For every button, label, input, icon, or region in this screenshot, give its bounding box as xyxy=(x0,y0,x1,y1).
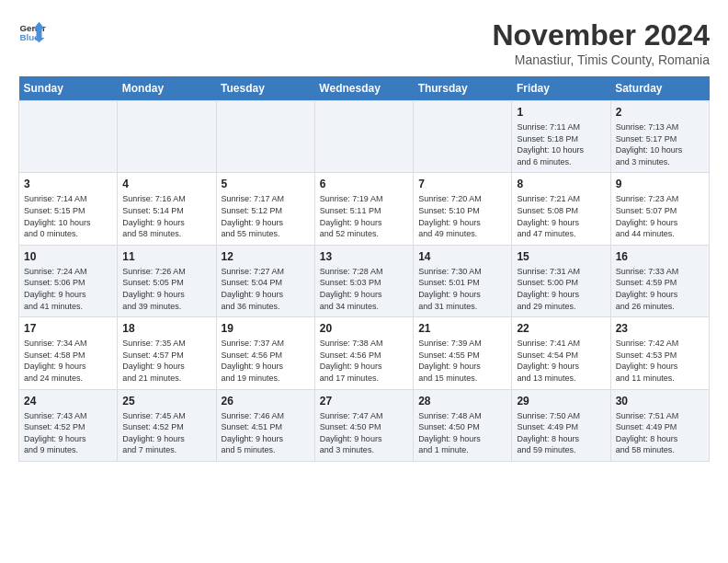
calendar-week-row: 1Sunrise: 7:11 AM Sunset: 5:18 PM Daylig… xyxy=(19,101,710,173)
calendar-week-row: 10Sunrise: 7:24 AM Sunset: 5:06 PM Dayli… xyxy=(19,245,710,316)
logo: General Blue xyxy=(18,18,46,46)
calendar-cell xyxy=(314,101,413,173)
day-number: 19 xyxy=(222,322,310,335)
header-saturday: Saturday xyxy=(610,76,709,101)
calendar-cell: 27Sunrise: 7:47 AM Sunset: 4:50 PM Dayli… xyxy=(314,389,413,461)
calendar-cell: 25Sunrise: 7:45 AM Sunset: 4:52 PM Dayli… xyxy=(118,389,216,461)
header-monday: Monday xyxy=(118,76,216,101)
day-info: Sunrise: 7:35 AM Sunset: 4:57 PM Dayligh… xyxy=(122,338,210,384)
calendar-cell: 15Sunrise: 7:31 AM Sunset: 5:00 PM Dayli… xyxy=(512,245,610,316)
day-info: Sunrise: 7:48 AM Sunset: 4:50 PM Dayligh… xyxy=(418,410,506,456)
calendar-cell: 12Sunrise: 7:27 AM Sunset: 5:04 PM Dayli… xyxy=(216,245,314,316)
header-sunday: Sunday xyxy=(19,76,118,101)
day-info: Sunrise: 7:39 AM Sunset: 4:55 PM Dayligh… xyxy=(418,338,506,384)
calendar-cell: 7Sunrise: 7:20 AM Sunset: 5:10 PM Daylig… xyxy=(414,173,512,245)
day-info: Sunrise: 7:11 AM Sunset: 5:18 PM Dayligh… xyxy=(517,121,605,167)
calendar-cell: 18Sunrise: 7:35 AM Sunset: 4:57 PM Dayli… xyxy=(118,317,216,389)
day-info: Sunrise: 7:31 AM Sunset: 5:00 PM Dayligh… xyxy=(517,266,605,312)
day-number: 24 xyxy=(24,395,112,408)
calendar-cell: 1Sunrise: 7:11 AM Sunset: 5:18 PM Daylig… xyxy=(512,101,610,173)
day-number: 10 xyxy=(24,250,112,263)
day-number: 13 xyxy=(320,250,408,263)
day-info: Sunrise: 7:34 AM Sunset: 4:58 PM Dayligh… xyxy=(24,338,112,384)
calendar-header-row: SundayMondayTuesdayWednesdayThursdayFrid… xyxy=(19,76,710,101)
day-info: Sunrise: 7:19 AM Sunset: 5:11 PM Dayligh… xyxy=(320,193,408,239)
calendar-cell: 23Sunrise: 7:42 AM Sunset: 4:53 PM Dayli… xyxy=(610,317,709,389)
calendar-cell xyxy=(216,101,314,173)
day-number: 30 xyxy=(616,395,704,408)
calendar-cell: 5Sunrise: 7:17 AM Sunset: 5:12 PM Daylig… xyxy=(216,173,314,245)
calendar-cell: 29Sunrise: 7:50 AM Sunset: 4:49 PM Dayli… xyxy=(512,389,610,461)
day-number: 20 xyxy=(320,322,408,335)
title-area: November 2024 Manastiur, Timis County, R… xyxy=(492,18,710,67)
header-wednesday: Wednesday xyxy=(314,76,413,101)
day-info: Sunrise: 7:50 AM Sunset: 4:49 PM Dayligh… xyxy=(517,410,605,456)
day-info: Sunrise: 7:16 AM Sunset: 5:14 PM Dayligh… xyxy=(122,193,210,239)
calendar-cell: 24Sunrise: 7:43 AM Sunset: 4:52 PM Dayli… xyxy=(19,389,118,461)
day-info: Sunrise: 7:37 AM Sunset: 4:56 PM Dayligh… xyxy=(222,338,310,384)
day-info: Sunrise: 7:43 AM Sunset: 4:52 PM Dayligh… xyxy=(24,410,112,456)
day-number: 2 xyxy=(616,106,704,119)
calendar-cell xyxy=(414,101,512,173)
day-number: 1 xyxy=(517,106,605,119)
page-header: General Blue November 2024 Manastiur, Ti… xyxy=(18,18,710,67)
calendar-cell: 16Sunrise: 7:33 AM Sunset: 4:59 PM Dayli… xyxy=(610,245,709,316)
day-number: 21 xyxy=(418,322,506,335)
day-number: 17 xyxy=(24,322,112,335)
day-number: 5 xyxy=(222,178,310,190)
day-info: Sunrise: 7:46 AM Sunset: 4:51 PM Dayligh… xyxy=(222,410,310,456)
day-info: Sunrise: 7:33 AM Sunset: 4:59 PM Dayligh… xyxy=(616,266,704,312)
day-info: Sunrise: 7:20 AM Sunset: 5:10 PM Dayligh… xyxy=(418,193,506,239)
day-number: 15 xyxy=(517,250,605,263)
location: Manastiur, Timis County, Romania xyxy=(492,52,710,67)
calendar-cell xyxy=(118,101,216,173)
day-number: 28 xyxy=(418,395,506,408)
day-info: Sunrise: 7:24 AM Sunset: 5:06 PM Dayligh… xyxy=(24,266,112,312)
calendar-week-row: 24Sunrise: 7:43 AM Sunset: 4:52 PM Dayli… xyxy=(19,389,710,461)
day-info: Sunrise: 7:23 AM Sunset: 5:07 PM Dayligh… xyxy=(616,193,704,239)
day-info: Sunrise: 7:30 AM Sunset: 5:01 PM Dayligh… xyxy=(418,266,506,312)
calendar-cell: 30Sunrise: 7:51 AM Sunset: 4:49 PM Dayli… xyxy=(610,389,709,461)
calendar-cell: 3Sunrise: 7:14 AM Sunset: 5:15 PM Daylig… xyxy=(19,173,118,245)
calendar-cell: 2Sunrise: 7:13 AM Sunset: 5:17 PM Daylig… xyxy=(610,101,709,173)
calendar-cell: 4Sunrise: 7:16 AM Sunset: 5:14 PM Daylig… xyxy=(118,173,216,245)
day-number: 22 xyxy=(517,322,605,335)
calendar-cell: 13Sunrise: 7:28 AM Sunset: 5:03 PM Dayli… xyxy=(314,245,413,316)
day-number: 26 xyxy=(222,395,310,408)
calendar-cell: 11Sunrise: 7:26 AM Sunset: 5:05 PM Dayli… xyxy=(118,245,216,316)
calendar-cell: 20Sunrise: 7:38 AM Sunset: 4:56 PM Dayli… xyxy=(314,317,413,389)
day-info: Sunrise: 7:17 AM Sunset: 5:12 PM Dayligh… xyxy=(222,193,310,239)
day-info: Sunrise: 7:13 AM Sunset: 5:17 PM Dayligh… xyxy=(616,121,704,167)
calendar-cell: 14Sunrise: 7:30 AM Sunset: 5:01 PM Dayli… xyxy=(414,245,512,316)
day-number: 18 xyxy=(122,322,210,335)
day-info: Sunrise: 7:41 AM Sunset: 4:54 PM Dayligh… xyxy=(517,338,605,384)
day-number: 25 xyxy=(122,395,210,408)
day-info: Sunrise: 7:21 AM Sunset: 5:08 PM Dayligh… xyxy=(517,193,605,239)
day-info: Sunrise: 7:27 AM Sunset: 5:04 PM Dayligh… xyxy=(222,266,310,312)
calendar-cell: 9Sunrise: 7:23 AM Sunset: 5:07 PM Daylig… xyxy=(610,173,709,245)
calendar-cell: 22Sunrise: 7:41 AM Sunset: 4:54 PM Dayli… xyxy=(512,317,610,389)
day-info: Sunrise: 7:14 AM Sunset: 5:15 PM Dayligh… xyxy=(24,193,112,239)
day-number: 23 xyxy=(616,322,704,335)
day-info: Sunrise: 7:51 AM Sunset: 4:49 PM Dayligh… xyxy=(616,410,704,456)
day-number: 11 xyxy=(122,250,210,263)
day-info: Sunrise: 7:38 AM Sunset: 4:56 PM Dayligh… xyxy=(320,338,408,384)
day-info: Sunrise: 7:45 AM Sunset: 4:52 PM Dayligh… xyxy=(122,410,210,456)
calendar-cell: 26Sunrise: 7:46 AM Sunset: 4:51 PM Dayli… xyxy=(216,389,314,461)
day-number: 6 xyxy=(320,178,408,190)
header-tuesday: Tuesday xyxy=(216,76,314,101)
day-number: 8 xyxy=(517,178,605,190)
calendar-cell: 21Sunrise: 7:39 AM Sunset: 4:55 PM Dayli… xyxy=(414,317,512,389)
header-thursday: Thursday xyxy=(414,76,512,101)
day-number: 16 xyxy=(616,250,704,263)
day-number: 14 xyxy=(418,250,506,263)
calendar-cell: 6Sunrise: 7:19 AM Sunset: 5:11 PM Daylig… xyxy=(314,173,413,245)
day-number: 7 xyxy=(418,178,506,190)
day-number: 4 xyxy=(122,178,210,190)
day-number: 12 xyxy=(222,250,310,263)
calendar-cell xyxy=(19,101,118,173)
month-title: November 2024 xyxy=(492,18,710,52)
calendar-week-row: 3Sunrise: 7:14 AM Sunset: 5:15 PM Daylig… xyxy=(19,173,710,245)
day-info: Sunrise: 7:47 AM Sunset: 4:50 PM Dayligh… xyxy=(320,410,408,456)
calendar-cell: 10Sunrise: 7:24 AM Sunset: 5:06 PM Dayli… xyxy=(19,245,118,316)
